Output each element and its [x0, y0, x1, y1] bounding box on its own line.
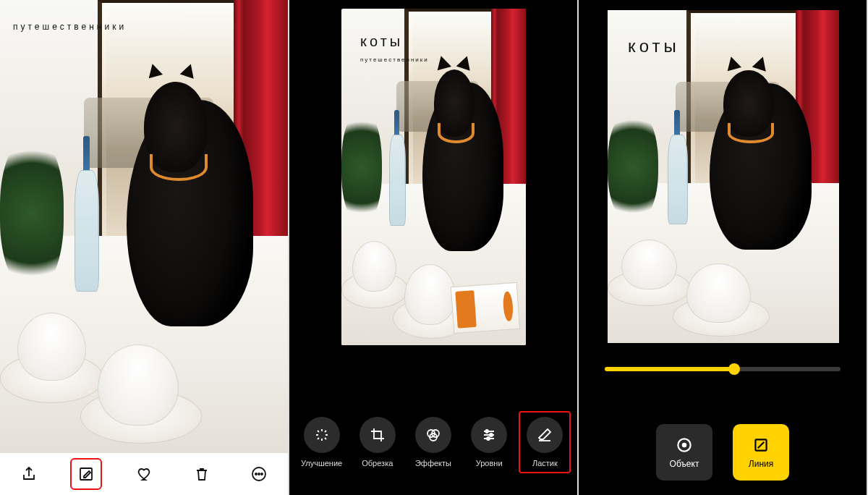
- tool-label: Уровни: [476, 459, 503, 468]
- photo-subtitle: путешественники: [360, 56, 429, 63]
- photo-title: коты: [360, 33, 403, 50]
- delete-button[interactable]: [186, 458, 218, 490]
- mode-line-button[interactable]: Линия: [733, 424, 789, 481]
- photo-title: коты: [628, 36, 680, 56]
- more-button[interactable]: [243, 458, 275, 490]
- svg-point-8: [485, 430, 488, 433]
- eraser-panel: коты Объект Линия: [579, 0, 868, 495]
- svg-point-10: [487, 437, 490, 440]
- tool-enhance[interactable]: Улучшение: [296, 417, 348, 468]
- edit-panel: коты путешественники Улучшение Обрезка Э…: [289, 0, 579, 495]
- more-icon: [250, 465, 268, 483]
- svg-point-4: [261, 473, 263, 475]
- sparkle-icon: [313, 426, 331, 444]
- share-button[interactable]: [13, 458, 45, 490]
- photo-preview[interactable]: путешественники: [0, 0, 288, 453]
- eraser-icon: [536, 426, 553, 444]
- share-icon: [20, 465, 38, 483]
- viewer-toolbar: [0, 453, 288, 495]
- tool-label: Обрезка: [362, 459, 393, 468]
- photo-eraser-preview[interactable]: коты: [608, 10, 839, 343]
- svg-point-9: [490, 433, 493, 436]
- slider-track: [605, 367, 841, 371]
- mode-label: Линия: [749, 459, 773, 469]
- line-icon: [752, 436, 770, 454]
- svg-point-2: [255, 473, 257, 475]
- edit-icon: [77, 465, 95, 483]
- photo-caption: путешественники: [13, 22, 127, 32]
- edit-button[interactable]: [70, 458, 102, 490]
- tool-label: Улучшение: [301, 459, 342, 468]
- tool-label: Эффекты: [415, 459, 451, 468]
- svg-point-12: [683, 444, 686, 447]
- svg-point-3: [258, 473, 260, 475]
- effects-icon: [425, 426, 442, 444]
- tool-eraser[interactable]: Ластик: [519, 411, 571, 473]
- viewer-panel: путешественники: [0, 0, 289, 495]
- photo-edit-preview[interactable]: коты путешественники: [341, 9, 526, 345]
- eraser-mode-row: Объект Линия: [579, 424, 867, 481]
- tool-label: Ластик: [532, 459, 558, 468]
- favorite-button[interactable]: [128, 458, 160, 490]
- tool-effects[interactable]: Эффекты: [407, 417, 459, 468]
- brush-size-slider[interactable]: [605, 363, 841, 375]
- target-icon: [675, 436, 694, 454]
- tool-levels[interactable]: Уровни: [463, 417, 515, 468]
- sliders-icon: [480, 426, 498, 444]
- edit-tools-row: Улучшение Обрезка Эффекты Уровни Ластик: [289, 402, 577, 482]
- heart-icon: [135, 465, 153, 483]
- trash-icon: [193, 465, 210, 483]
- slider-thumb[interactable]: [728, 363, 740, 375]
- mode-object-button[interactable]: Объект: [656, 424, 712, 481]
- crop-icon: [369, 426, 386, 444]
- mode-label: Объект: [670, 459, 699, 469]
- tool-crop[interactable]: Обрезка: [352, 417, 404, 468]
